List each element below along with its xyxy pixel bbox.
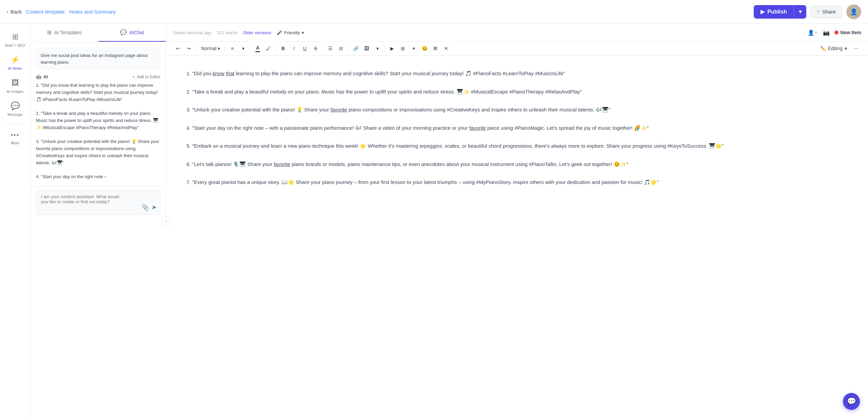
breadcrumb-link[interactable]: Notes and Summary (70, 9, 116, 15)
more-options-button[interactable]: ⋯ (851, 44, 861, 53)
ai-response: 🤖 AI + Add to Editor 1. "Did you know th… (36, 74, 160, 181)
tab-aichat-label: AIChat (130, 30, 144, 35)
microphone-icon: 🎤 (277, 30, 282, 35)
attach-button[interactable]: 📎 (141, 204, 149, 211)
tab-aichat[interactable]: 💬 AIChat (98, 24, 166, 42)
image-chevron-button[interactable]: ▾ (372, 44, 382, 53)
chat-icon: 💬 (120, 29, 127, 36)
panel-content: Give me social post ideas for an Instagr… (31, 42, 166, 186)
italic-button[interactable]: I (289, 44, 299, 53)
toolbar-separator-8 (453, 45, 454, 52)
pencil-icon: ✏️ (820, 46, 826, 51)
older-versions-link[interactable]: Older versions (243, 30, 271, 35)
sidebar-item-message[interactable]: 💬 Message (2, 98, 29, 120)
sidebar-item-message-label: Message (7, 112, 23, 117)
chat-input-area: 📎 ➤ (31, 186, 166, 219)
topbar: ‹ Back Content template: Notes and Summa… (0, 0, 868, 24)
chat-input[interactable] (41, 194, 126, 211)
content-paragraph-2: 2. "Take a break and play a beautiful me… (186, 87, 848, 96)
style-chevron-icon: ▾ (218, 46, 220, 51)
screenshot-icon-btn[interactable]: 📷 (821, 27, 832, 38)
toolbar-separator-6 (348, 45, 349, 52)
publish-main: ▶ Publish (754, 5, 794, 18)
play-button[interactable]: ▶ (387, 44, 397, 53)
breadcrumb-prefix: Content template: (26, 9, 66, 15)
sidebar-item-more-label: More (11, 141, 19, 145)
tone-selector[interactable]: 🎤 Friendly ▾ (277, 30, 304, 35)
more-icon: ••• (11, 132, 19, 139)
tab-ai-templates[interactable]: ⊞ AI Templates (31, 24, 98, 42)
sidebar-item-more[interactable]: ••• More (2, 128, 29, 148)
link-button[interactable]: 🔗 (351, 44, 361, 53)
erase-button[interactable]: ✕ (441, 44, 451, 53)
table-icon: ⊞ (47, 29, 52, 36)
a-icon: A (256, 45, 259, 50)
underline-button[interactable]: U (300, 44, 310, 53)
toolbar-separator-1 (196, 45, 196, 52)
share-button[interactable]: ↑ Share (810, 5, 842, 18)
publish-button[interactable]: ▶ Publish ▾ (754, 5, 806, 19)
highlight-button[interactable]: 🖊 (263, 44, 274, 53)
image-insert-button[interactable]: 🖼 (361, 44, 372, 53)
editor-topbar: Saved seconds ago 311 words Older versio… (166, 24, 868, 42)
new-item-button[interactable]: New Item (841, 30, 861, 35)
bullet-list-button[interactable]: ☰ (325, 44, 335, 53)
sidebar-item-brief-seo-label: Brief + SEO (5, 43, 25, 47)
tone-chevron-icon: ▾ (302, 30, 304, 35)
grid-icon: ⊞ (12, 33, 18, 41)
chat-input-box: 📎 ➤ (36, 190, 160, 215)
table-button[interactable]: ⊞ (398, 44, 408, 53)
numbered-list-button[interactable]: ⊟ (336, 44, 346, 53)
redo-button[interactable]: ↪ (184, 44, 194, 53)
strikethrough-button[interactable]: S (311, 44, 321, 53)
add-to-editor-button[interactable]: + Add to Editor (133, 75, 160, 79)
bold-button[interactable]: B (278, 44, 288, 53)
editor-content[interactable]: 1. "Did you know that learning to play t… (166, 56, 868, 418)
left-sidebar: ⊞ Brief + SEO ⚡ AI Writer 🖼 AI Images 💬 … (0, 24, 31, 418)
paragraph-style-dropdown[interactable]: Normal ▾ (198, 44, 223, 53)
image-icon: 🖼 (12, 79, 19, 87)
avatar[interactable]: 👤 (846, 4, 861, 19)
publish-arrow-icon: ▶ (761, 8, 765, 15)
content-paragraph-4: 4. "Start your day on the right note – w… (186, 124, 848, 132)
text-color-button[interactable]: A (253, 44, 263, 53)
undo-button[interactable]: ↩ (173, 44, 183, 53)
message-icon: 💬 (11, 102, 20, 110)
sidebar-item-brief-seo[interactable]: ⊞ Brief + SEO (2, 29, 29, 51)
emoji-button[interactable]: 😊 (419, 44, 430, 53)
editor-area: Saved seconds ago 311 words Older versio… (166, 24, 868, 418)
saved-status: Saved seconds ago (173, 30, 212, 35)
ai-label-text: AI (43, 74, 48, 79)
toolbar-separator-2 (225, 45, 225, 52)
publish-label: Publish (767, 9, 787, 15)
send-button[interactable]: ➤ (152, 204, 157, 211)
editing-mode-dropdown[interactable]: ✏️ Editing ▾ (817, 44, 850, 53)
sidebar-item-ai-images[interactable]: 🖼 AI Images (2, 75, 29, 97)
editor-toolbar-right: 👤+ 📷 New Item (807, 27, 861, 38)
table-chevron-button[interactable]: ▾ (409, 44, 419, 53)
toolbar-separator-7 (384, 45, 385, 52)
publish-caret-icon[interactable]: ▾ (794, 5, 806, 18)
sidebar-item-ai-writer[interactable]: ⚡ AI Writer (2, 52, 29, 74)
new-item-area: New Item (834, 30, 861, 35)
align-chevron-button[interactable]: ▾ (238, 44, 248, 53)
format-toolbar: ↩ ↪ Normal ▾ ≡ ▾ A 🖊 B I U S (166, 42, 868, 56)
align-button[interactable]: ≡ (227, 44, 237, 53)
back-button[interactable]: ‹ Back (7, 9, 22, 15)
text-color-indicator: A (255, 45, 260, 52)
toolbar-separator-3 (250, 45, 251, 52)
add-icon: + (133, 75, 135, 79)
panel-collapse-button[interactable]: ‹ (161, 216, 171, 226)
special-chars-button[interactable]: ⌘ (430, 44, 440, 53)
sidebar-item-ai-writer-label: AI Writer (8, 66, 22, 70)
panel-tabs: ⊞ AI Templates 💬 AIChat (31, 24, 166, 42)
paragraph-style-label: Normal (201, 46, 216, 51)
new-item-indicator (834, 30, 839, 35)
chat-prompt-bubble: Give me social post ideas for an Instagr… (36, 47, 160, 70)
share-label: Share (822, 9, 836, 15)
content-paragraph-1: 1. "Did you know that learning to play t… (186, 69, 848, 78)
back-label: Back (11, 9, 22, 15)
main-layout: ⊞ Brief + SEO ⚡ AI Writer 🖼 AI Images 💬 … (0, 24, 868, 418)
add-person-icon-btn[interactable]: 👤+ (807, 27, 818, 38)
chat-bubble-button[interactable]: 💬 (843, 393, 860, 410)
